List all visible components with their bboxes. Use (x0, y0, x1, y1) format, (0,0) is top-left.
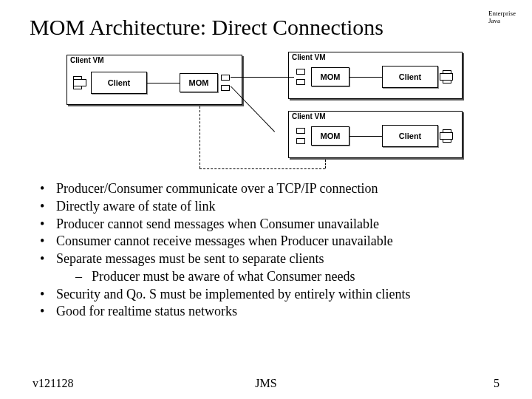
mom-label: MOM (321, 72, 341, 81)
footer-topic: JMS (255, 377, 276, 390)
bullet-item: Security and Qo. S must be implemented b… (40, 286, 502, 304)
client-label: Client (399, 132, 422, 140)
corner-line2: Java (488, 18, 516, 25)
vm-title: Client VM (292, 53, 326, 61)
port (440, 132, 453, 140)
right-top-client-vm: Client VM MOM Client (288, 52, 463, 99)
client-box: Client (382, 125, 438, 147)
footer-page-number: 5 (494, 377, 499, 390)
bullet-text: Producer cannot send messages when Consu… (56, 216, 379, 231)
mom-label: MOM (189, 78, 209, 87)
bullet-item: Producer cannot send messages when Consu… (40, 216, 502, 233)
slide-footer: v121128 JMS 5 (0, 377, 532, 390)
port (296, 69, 305, 75)
bullet-text: Directly aware of state of link (56, 199, 215, 214)
connector (349, 77, 382, 78)
bullet-text: Separate messages must be sent to separa… (56, 251, 324, 266)
mom-box: MOM (311, 67, 349, 86)
right-bottom-client-vm: Client VM MOM Client (288, 111, 463, 158)
bullet-text: Security and Qo. S must be implemented b… (56, 287, 410, 301)
mom-label: MOM (321, 132, 341, 140)
port (221, 85, 230, 91)
bullet-item: Producer/Consumer communicate over a TCP… (40, 180, 502, 198)
client-label: Client (399, 72, 422, 81)
footer-version: v121128 (33, 377, 73, 390)
dashed-wire (200, 106, 200, 168)
vm-title: Client VM (292, 112, 326, 120)
bullet-item: Directly aware of state of link (40, 198, 502, 216)
slide-title: MOM Architecture: Direct Connections (30, 15, 502, 40)
bullet-item: Separate messages must be sent to separa… (40, 250, 502, 286)
mom-box: MOM (311, 126, 349, 146)
client-label: Client (108, 78, 131, 87)
left-client-vm: Client VM Client MOM (66, 55, 242, 105)
client-box: Client (382, 66, 438, 88)
bullet-text: Producer must be aware of what Consumer … (92, 269, 355, 284)
connector (349, 136, 382, 137)
port (221, 75, 230, 81)
bullet-text: Producer/Consumer communicate over a TCP… (56, 181, 378, 196)
port (440, 73, 453, 81)
port (296, 138, 305, 144)
bullet-item: Consumer cannot receive messages when Pr… (40, 233, 502, 250)
client-box: Client (91, 72, 147, 94)
port (296, 79, 305, 85)
wire (231, 86, 275, 132)
bullet-text: Consumer cannot receive messages when Pr… (56, 233, 393, 248)
port (73, 79, 86, 86)
connector (147, 83, 180, 83)
dashed-wire (325, 160, 326, 168)
architecture-diagram: Client VM Client MOM Client VM MOM Clien… (66, 52, 466, 171)
sub-bullet-item: Producer must be aware of what Consumer … (75, 268, 502, 286)
dashed-wire (200, 168, 325, 169)
wire (231, 77, 294, 78)
bullet-text: Good for realtime status networks (56, 304, 237, 318)
title-row: MOM Architecture: Direct Connections Ent… (30, 15, 502, 40)
mom-box: MOM (180, 73, 218, 92)
port (296, 128, 305, 134)
bullet-list: Producer/Consumer communicate over a TCP… (40, 180, 502, 321)
vm-title: Client VM (70, 56, 104, 64)
bullet-item: Good for realtime status networks (40, 303, 502, 321)
corner-label: Enterprise Java (488, 10, 516, 25)
